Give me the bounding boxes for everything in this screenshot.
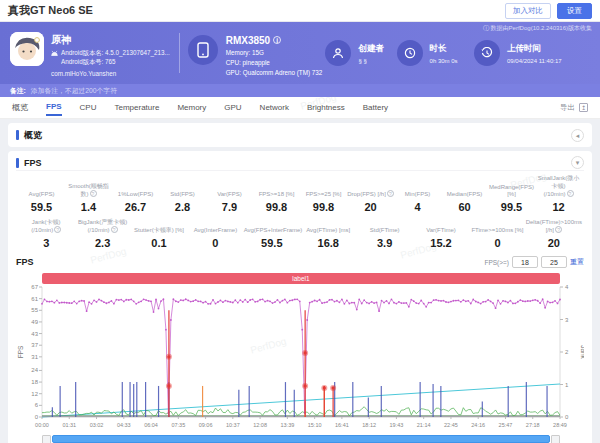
stat-cell: BigJank(严重卡顿) (/10min)?2.3 — [74, 219, 130, 249]
tab-Battery[interactable]: Battery — [363, 100, 388, 115]
tab-Network[interactable]: Network — [260, 100, 289, 115]
device-info-icon[interactable]: i — [273, 36, 281, 44]
scrollbar-track[interactable] — [52, 435, 550, 443]
overview-collapse-button[interactable]: ◂ — [571, 129, 584, 142]
collect-note: ⓘ 数据由PerfDog(10.2.240316)版本收集 — [483, 24, 592, 33]
stat-cell: Median(FPS)60 — [441, 191, 488, 213]
stat-value: 99.5 — [488, 201, 535, 213]
export-icon: ↥ — [579, 103, 588, 112]
svg-text:07:35: 07:35 — [171, 422, 185, 428]
tab-Temperature[interactable]: Temperature — [114, 100, 159, 115]
svg-text:31: 31 — [31, 353, 38, 359]
threshold-reset-link[interactable]: 重置 — [570, 257, 584, 267]
tab-bar: 概览FPSCPUTemperatureMemoryGPUNetworkBrigh… — [0, 97, 600, 119]
stat-value: 0.1 — [131, 237, 187, 249]
fps-chart[interactable]: 061218243137434955616701234FPSJank00:000… — [16, 284, 584, 430]
svg-text:18:12: 18:12 — [362, 422, 376, 428]
app-icon — [10, 32, 44, 66]
overview-section: 概览 ◂ — [8, 123, 592, 147]
info-icon[interactable]: ? — [54, 226, 61, 233]
creator-label: 创建者 — [358, 43, 384, 55]
svg-text:24: 24 — [31, 367, 38, 373]
stat-label: Smooth(顺畅指数)? — [65, 183, 112, 199]
summary-banner: ⓘ 数据由PerfDog(10.2.240316)版本收集 原神 Android… — [0, 22, 600, 84]
svg-text:15:10: 15:10 — [308, 422, 322, 428]
svg-text:55: 55 — [31, 307, 38, 313]
device-gpu: GPU: Qualcomm Adreno (TM) 732 — [226, 68, 323, 78]
stat-label: MedRange(FPS)[%] — [488, 184, 535, 199]
stat-label: FPS>=25 [%] — [300, 191, 347, 199]
banner-divider — [179, 33, 180, 73]
stat-label: Median(FPS) — [441, 191, 488, 199]
fps-stats-row-1: Avg(FPS)59.5Smooth(顺畅指数)?1.41%Low(FPS)26… — [16, 171, 584, 215]
stat-value: 16.8 — [300, 237, 356, 249]
stat-cell: Delta(FTime)>100ms [/h]?20 — [526, 219, 582, 249]
remark-label: 备注: — [10, 86, 26, 96]
stat-cell: Smooth(顺畅指数)?1.4 — [65, 183, 112, 213]
stat-label: Std(FPS) — [159, 191, 206, 199]
svg-text:27:18: 27:18 — [526, 422, 540, 428]
tab-CPU[interactable]: CPU — [80, 100, 97, 115]
section-accent-bar — [16, 158, 19, 168]
tab-list: 概览FPSCPUTemperatureMemoryGPUNetworkBrigh… — [12, 99, 388, 116]
svg-text:28:49: 28:49 — [553, 422, 567, 428]
svg-text:2: 2 — [565, 349, 569, 355]
svg-text:37: 37 — [31, 342, 38, 348]
tab-概览[interactable]: 概览 — [12, 99, 28, 116]
svg-text:19:43: 19:43 — [390, 422, 404, 428]
stat-value: 0 — [187, 237, 243, 249]
upload-block: 上传时间 09/04/2024 11:40:17 — [474, 40, 590, 66]
stat-cell: Stutter(卡顿率) [%]0.1 — [131, 227, 187, 249]
topbar-actions: 加入对比 设置 — [505, 3, 592, 19]
page-title: 真我GT Neo6 SE — [8, 3, 93, 18]
svg-text:Jank: Jank — [580, 345, 584, 359]
stat-cell: Var(FPS)7.9 — [206, 191, 253, 213]
duration-label: 时长 — [430, 43, 458, 55]
export-button[interactable]: 导出 ↥ — [560, 103, 588, 113]
stat-value: 59.5 — [244, 237, 300, 249]
join-compare-button[interactable]: 加入对比 — [505, 3, 551, 19]
stat-label: Avg(FPS) — [18, 191, 65, 199]
stat-value: 2.3 — [74, 237, 130, 249]
scrollbar-left-handle[interactable] — [42, 435, 51, 443]
tab-Memory[interactable]: Memory — [177, 100, 206, 115]
stat-cell: Avg(FPS)59.5 — [18, 191, 65, 213]
fps-threshold-input-2[interactable] — [541, 256, 567, 268]
info-icon[interactable]: ? — [555, 226, 562, 233]
info-icon[interactable]: ? — [90, 190, 97, 197]
tab-FPS[interactable]: FPS — [46, 99, 62, 116]
info-icon[interactable]: ? — [387, 190, 394, 197]
stat-cell: SmallJank(微小卡顿) (/10min)?12 — [535, 175, 582, 213]
stat-label: Drop(FPS) [/h]? — [347, 190, 394, 199]
svg-text:1: 1 — [565, 381, 569, 387]
info-icon[interactable]: ? — [111, 226, 118, 233]
stat-value: 99.8 — [253, 201, 300, 213]
device-cpu: CPU: pineapple — [226, 58, 323, 68]
settings-button[interactable]: 设置 — [557, 3, 592, 19]
chart-title: FPS — [16, 257, 34, 267]
tab-Brightness[interactable]: Brightness — [307, 100, 345, 115]
chart-scrollbar — [42, 435, 560, 443]
svg-text:12: 12 — [31, 390, 38, 396]
chart-label-banner: label1 — [42, 273, 560, 284]
stat-cell: Std(FTime)3.9 — [356, 227, 412, 249]
remark-bar[interactable]: 备注: 添加备注，不超过200个字符 — [0, 84, 600, 97]
stat-cell: Std(FPS)2.8 — [159, 191, 206, 213]
scrollbar-right-handle[interactable] — [551, 435, 560, 443]
info-icon[interactable]: ? — [567, 190, 574, 197]
overview-section-title: 概览 — [24, 129, 42, 142]
remark-placeholder: 添加备注，不超过200个字符 — [31, 86, 117, 96]
stat-value: 99.8 — [300, 201, 347, 213]
svg-text:00:00: 00:00 — [35, 422, 49, 428]
stat-value: 20 — [526, 237, 582, 249]
stat-label: Avg(FTime) [ms] — [300, 227, 356, 235]
tab-GPU[interactable]: GPU — [224, 100, 241, 115]
stat-cell: Drop(FPS) [/h]?20 — [347, 190, 394, 213]
svg-text:FPS: FPS — [17, 345, 24, 358]
stat-label: Min(FPS) — [394, 191, 441, 199]
fps-threshold-input-1[interactable] — [512, 256, 538, 268]
fps-collapse-button[interactable]: ▾ — [571, 156, 584, 169]
stat-value: 0 — [469, 237, 525, 249]
svg-text:6: 6 — [35, 402, 39, 408]
stat-label: Avg(InterFrame) — [187, 227, 243, 235]
